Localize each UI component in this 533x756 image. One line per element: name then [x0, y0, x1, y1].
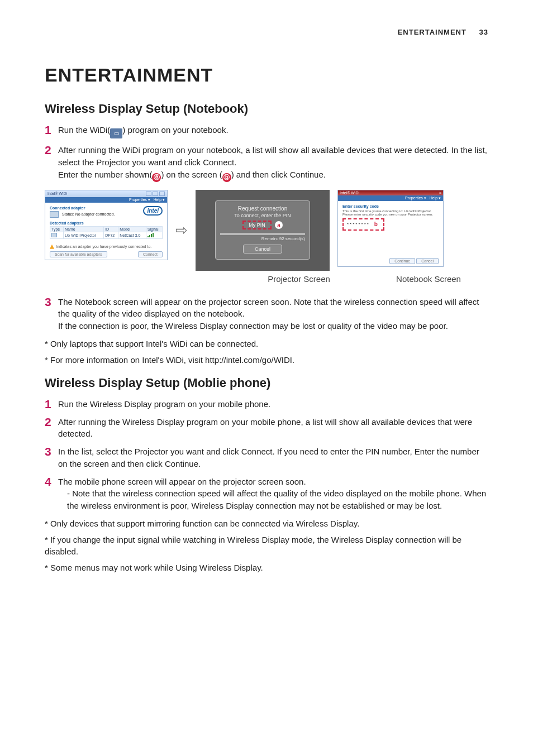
figure-captions: Projector Screen Notebook Screen	[45, 274, 488, 284]
nb-menubar: Properties ▾ Help ▾	[338, 195, 443, 201]
caption-notebook: Notebook Screen	[369, 274, 488, 284]
widi-title-text: Intel® WiDi	[47, 192, 67, 195]
tv-icon	[51, 233, 57, 237]
adapter-status: Status: No adapter connected.	[62, 212, 115, 216]
scan-button[interactable]: Scan for available adapters	[50, 251, 107, 257]
footnote: * Only devices that support mirroring fu…	[45, 518, 488, 529]
arrow-icon: ⇨	[175, 222, 188, 239]
mb-step-4: The mobile phone screen will appear on t…	[45, 476, 488, 512]
col-id: ID	[104, 226, 118, 232]
intel-logo: intel	[143, 206, 163, 216]
marker-a-icon: ⓐ	[152, 173, 161, 182]
window-controls[interactable]	[146, 192, 165, 196]
maximize-icon[interactable]	[153, 192, 158, 196]
widi-footnote: Indicates an adapter you have previously…	[56, 245, 151, 248]
adapters-table: Type Name ID Model Signal LG WiDi Projec…	[50, 226, 163, 239]
header-section: ENTERTAINMENT	[398, 28, 467, 36]
proj-subtitle: To connect, enter the PIN	[220, 213, 305, 218]
mobile-steps: Run the Wireless Display program on your…	[45, 398, 488, 512]
header-page-number: 33	[479, 28, 488, 36]
footnote: * Only laptops that support Intel's WiDi…	[45, 338, 488, 350]
connected-adapter-heading: Connected adapter	[50, 206, 115, 210]
projector-screen: Request connection To connect, enter the…	[196, 190, 330, 271]
widi-footer: Indicates an adapter you have previously…	[45, 242, 167, 251]
nb-hint2: Please enter security code you see on yo…	[342, 213, 439, 216]
minimize-icon[interactable]	[146, 192, 151, 196]
widi-window: Intel® WiDi Properties ▾ Help ▾ Connecte…	[45, 190, 168, 260]
detected-adapters-heading: Detected adapters	[50, 221, 163, 225]
security-code-heading: Enter security code	[342, 204, 439, 208]
table-row[interactable]: LG WiDi Projector DF72 NetCast 3.0	[50, 232, 163, 238]
security-code-value: ********	[347, 222, 370, 227]
col-type: Type	[50, 226, 64, 232]
notebook-window: Intel® WiDi × Properties ▾ Help ▾ Enter …	[337, 190, 444, 267]
widi-body: Connected adapter Status: No adapter con…	[45, 203, 167, 242]
col-name: Name	[63, 226, 103, 232]
tv-icon	[50, 211, 59, 218]
notebook-steps: Run the WiDi(▭) program on your notebook…	[45, 124, 488, 182]
remaining-time: Remain: 92 second(s)	[220, 236, 305, 241]
projector-dialog: Request connection To connect, enter the…	[215, 200, 310, 260]
close-icon[interactable]	[159, 192, 165, 196]
cancel-button[interactable]: Cancel	[416, 258, 439, 264]
figure-row: Intel® WiDi Properties ▾ Help ▾ Connecte…	[45, 190, 488, 271]
nb-step-3: The Notebook screen will appear on the p…	[45, 296, 488, 332]
menu-help[interactable]: Help ▾	[430, 196, 441, 200]
section-mobile-title: Wireless Display Setup (Moblie phone)	[45, 376, 488, 390]
nb-title-text: Intel® WiDi	[340, 191, 359, 195]
nb-hint1: This is the first time you're connecting…	[342, 209, 439, 213]
progress-bar	[220, 233, 305, 235]
menu-help[interactable]: Help ▾	[154, 198, 165, 202]
mb-step-2: After running the Wireless Display progr…	[45, 416, 488, 441]
proj-title: Request connection	[220, 205, 305, 212]
widi-menubar: Properties ▾ Help ▾	[45, 197, 167, 203]
caption-projector: Projector Screen	[229, 274, 369, 284]
footnote: * Some menus may not work while Using Wi…	[45, 562, 488, 573]
notebook-footnotes: * Only laptops that support Intel's WiDi…	[45, 338, 488, 366]
page-header: ENTERTAINMENT 33	[45, 28, 488, 36]
marker-b-callout: b	[372, 221, 380, 228]
adapter-id: DF72	[104, 232, 118, 238]
footnote: * For more information on Intel's WiDi, …	[45, 354, 488, 366]
page: ENTERTAINMENT 33 ENTERTAINMENT Wireless …	[0, 0, 533, 623]
my-pin-label: My PIN	[242, 221, 272, 229]
marker-b-icon: ⓑ	[222, 173, 231, 182]
menu-properties[interactable]: Properties ▾	[129, 198, 150, 202]
footnote: * If you change the input signal while w…	[45, 534, 488, 557]
section-notebook-title: Wireless Display Setup (Notebook)	[45, 102, 488, 116]
close-icon[interactable]: ×	[439, 191, 441, 195]
marker-a-callout: a	[275, 221, 283, 229]
adapter-model: NetCast 3.0	[118, 232, 146, 238]
nb-step-2: After running the WiDi program on your n…	[45, 144, 488, 181]
menu-properties[interactable]: Properties ▾	[405, 196, 426, 200]
signal-icon	[147, 233, 154, 237]
page-title: ENTERTAINMENT	[45, 64, 488, 86]
col-model: Model	[118, 226, 146, 232]
continue-button[interactable]: Continue	[389, 258, 415, 264]
nb-titlebar: Intel® WiDi ×	[338, 190, 443, 195]
warning-icon	[50, 245, 54, 249]
adapter-name: LG WiDi Projector	[63, 232, 103, 238]
connect-button[interactable]: Connect	[138, 251, 163, 257]
security-code-input-box[interactable]: ******** b	[342, 218, 384, 231]
nb-body: Enter security code This is the first ti…	[338, 201, 443, 257]
mobile-footnotes: * Only devices that support mirroring fu…	[45, 518, 488, 573]
widi-program-icon: ▭	[110, 128, 122, 138]
mb-step-1: Run the Wireless Display program on your…	[45, 398, 488, 410]
mb-step-3: In the list, select the Projector you wa…	[45, 446, 488, 470]
cancel-button[interactable]: Cancel	[243, 245, 282, 253]
widi-titlebar: Intel® WiDi	[45, 190, 167, 197]
nb-step-1: Run the WiDi(▭) program on your notebook…	[45, 124, 488, 138]
col-signal: Signal	[146, 226, 163, 232]
notebook-steps-cont: The Notebook screen will appear on the p…	[45, 296, 488, 332]
